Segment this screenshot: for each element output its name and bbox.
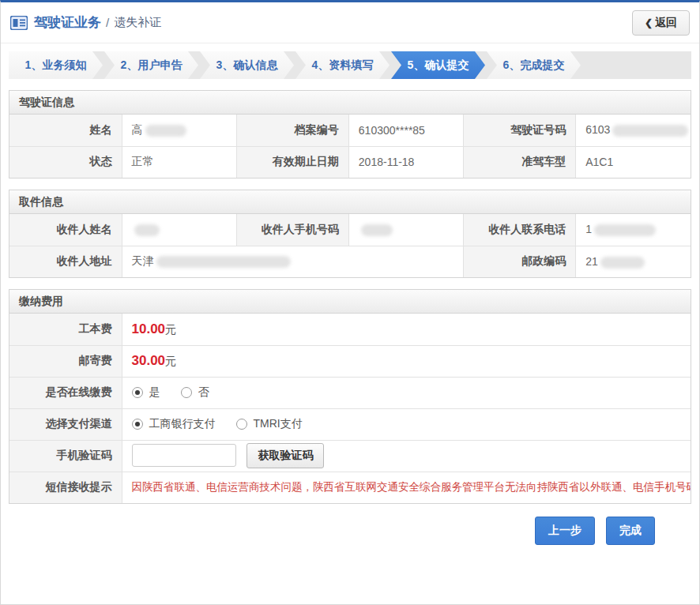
recipient-name-value [122, 214, 236, 246]
back-button-label: 返回 [655, 16, 677, 28]
expiry-value: 2018-11-18 [348, 146, 463, 178]
name-label: 姓名 [9, 115, 122, 146]
radio-online-no-label: 否 [198, 385, 209, 400]
production-fee-value: 10.00元 [122, 314, 691, 345]
section-license-title: 驾驶证信息 [9, 91, 691, 115]
fees-table: 工本费 10.00元 邮寄费 30.00元 是否在线缴费 是 [9, 314, 691, 503]
online-payment-options: 是 否 [122, 377, 691, 408]
redaction-blur [600, 257, 645, 269]
sms-notice-text: 因陕西省联通、电信运营商技术问题，陕西省互联网交通安全综合服务管理平台无法向持陕… [132, 477, 682, 498]
table-row: 邮寄费 30.00元 [9, 345, 691, 377]
sms-notice-cell: 因陕西省联通、电信运营商技术问题，陕西省互联网交通安全综合服务管理平台无法向持陕… [122, 472, 691, 503]
section-pickup-title: 取件信息 [9, 190, 691, 214]
recipient-mobile-value [348, 214, 463, 246]
postage-fee-label: 邮寄费 [9, 345, 122, 377]
license-no-value: 6103 [576, 115, 691, 146]
step-label: 2、用户申告 [121, 58, 183, 73]
step-1-business-notice[interactable]: 1、业务须知 [9, 51, 103, 79]
postal-code-label: 邮政编码 [464, 246, 576, 277]
get-code-button[interactable]: 获取验证码 [247, 443, 324, 468]
breadcrumb-separator: / [106, 16, 109, 29]
sms-code-label: 手机验证码 [9, 440, 122, 472]
table-row: 是否在线缴费 是 否 [9, 377, 691, 408]
step-label: 5、确认提交 [408, 58, 469, 73]
radio-online-no[interactable] [181, 387, 192, 398]
status-label: 状态 [9, 146, 122, 178]
sms-notice-label: 短信接收提示 [9, 472, 122, 503]
name-value: 高 [122, 115, 236, 146]
recipient-mobile-label: 收件人手机号码 [236, 214, 348, 246]
section-fees: 缴纳费用 工本费 10.00元 邮寄费 30.00元 是否在线缴费 是 [9, 289, 691, 504]
table-row: 工本费 10.00元 [9, 314, 691, 345]
redaction-blur [134, 224, 160, 236]
production-fee-label: 工本费 [9, 314, 122, 345]
step-3-confirm-info[interactable]: 3、确认信息 [200, 51, 294, 79]
previous-step-button[interactable]: 上一步 [535, 517, 595, 545]
section-license-info: 驾驶证信息 姓名 高 档案编号 610300****85 驾驶证号码 6103 … [9, 90, 691, 178]
step-wizard: 1、业务须知 2、用户申告 3、确认信息 4、资料填写 5、确认提交 6、完成提… [9, 51, 691, 79]
radio-channel-icbc-label: 工商银行支付 [149, 417, 216, 431]
section-pickup-info: 取件信息 收件人姓名 收件人手机号码 收件人联系电话 1 收件人地址 天津 邮政… [9, 190, 691, 278]
radio-online-yes-label: 是 [149, 385, 160, 400]
page-container: 驾驶证业务 / 遗失补证 ❮返回 1、业务须知 2、用户申告 3、确认信息 4、… [0, 0, 700, 605]
license-card-icon [10, 16, 28, 30]
chevron-left-icon: ❮ [645, 17, 653, 28]
expiry-label: 有效期止日期 [236, 146, 348, 178]
production-fee-amount: 10.00 [132, 321, 166, 336]
page-title: 驾驶证业务 [34, 13, 101, 32]
back-button[interactable]: ❮返回 [632, 10, 690, 36]
step-label: 6、完成提交 [503, 58, 565, 73]
radio-online-yes[interactable] [132, 387, 143, 398]
table-row: 状态 正常 有效期止日期 2018-11-18 准驾车型 A1C1 [9, 146, 691, 178]
redaction-blur [612, 125, 688, 137]
license-info-table: 姓名 高 档案编号 610300****85 驾驶证号码 6103 状态 正常 … [9, 115, 691, 178]
file-no-label: 档案编号 [236, 115, 348, 146]
step-4-fill-data[interactable]: 4、资料填写 [295, 51, 390, 79]
finish-button[interactable]: 完成 [606, 517, 655, 545]
fee-unit: 元 [165, 323, 176, 336]
table-row: 选择支付渠道 工商银行支付 TMRI支付 [9, 408, 691, 440]
table-row: 收件人地址 天津 邮政编码 21 [9, 246, 691, 277]
step-label: 4、资料填写 [312, 58, 374, 73]
breadcrumb-current: 遗失补证 [114, 15, 161, 30]
file-no-value: 610300****85 [348, 115, 463, 146]
table-row: 短信接收提示 因陕西省联通、电信运营商技术问题，陕西省互联网交通安全综合服务管理… [9, 472, 691, 503]
radio-channel-icbc[interactable] [132, 419, 143, 430]
redaction-blur [145, 125, 186, 137]
step-label: 1、业务须知 [25, 58, 87, 73]
sms-code-input[interactable] [132, 444, 236, 467]
postal-code-value: 21 [576, 246, 691, 277]
step-bar-filler [582, 51, 691, 79]
recipient-phone-value: 1 [576, 214, 691, 246]
sms-code-row: 获取验证码 [122, 440, 691, 472]
step-6-complete-submit[interactable]: 6、完成提交 [487, 51, 581, 79]
step-label: 3、确认信息 [216, 58, 278, 73]
recipient-address-value: 天津 [122, 246, 464, 277]
table-row: 收件人姓名 收件人手机号码 收件人联系电话 1 [9, 214, 691, 246]
step-5-confirm-submit[interactable]: 5、确认提交 [391, 51, 485, 79]
footer-actions: 上一步 完成 [1, 504, 699, 545]
vehicle-type-label: 准驾车型 [464, 146, 576, 178]
vehicle-type-value: A1C1 [576, 146, 691, 178]
step-2-user-declaration[interactable]: 2、用户申告 [104, 51, 198, 79]
recipient-phone-label: 收件人联系电话 [464, 214, 576, 246]
postage-fee-amount: 30.00 [132, 353, 166, 368]
redaction-blur [361, 224, 393, 236]
redaction-blur [594, 224, 656, 236]
page-header: 驾驶证业务 / 遗失补证 ❮返回 [1, 2, 699, 43]
status-value: 正常 [122, 146, 236, 178]
payment-channel-label: 选择支付渠道 [9, 408, 122, 440]
redaction-blur [156, 256, 291, 268]
table-row: 姓名 高 档案编号 610300****85 驾驶证号码 6103 [9, 115, 691, 146]
radio-channel-tmri[interactable] [236, 419, 247, 430]
fee-unit: 元 [165, 355, 176, 367]
license-no-label: 驾驶证号码 [464, 115, 576, 146]
recipient-name-label: 收件人姓名 [9, 214, 122, 246]
table-row: 手机验证码 获取验证码 [9, 440, 691, 472]
postage-fee-value: 30.00元 [122, 345, 691, 377]
online-payment-label: 是否在线缴费 [9, 377, 122, 408]
section-fees-title: 缴纳费用 [9, 290, 691, 314]
radio-channel-tmri-label: TMRI支付 [254, 417, 303, 431]
recipient-address-label: 收件人地址 [9, 246, 122, 277]
pickup-info-table: 收件人姓名 收件人手机号码 收件人联系电话 1 收件人地址 天津 邮政编码 21 [9, 214, 691, 277]
